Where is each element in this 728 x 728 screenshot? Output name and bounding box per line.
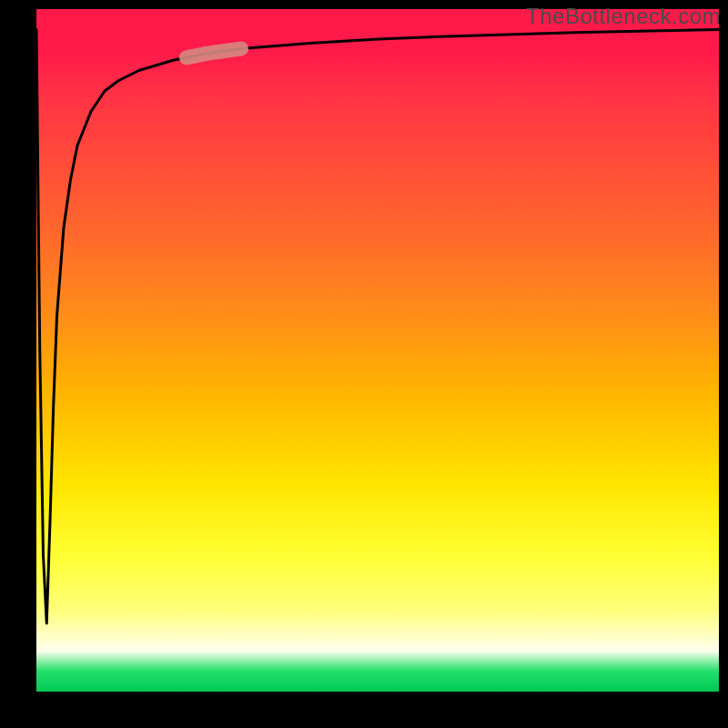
curve-highlight-segment [187, 49, 241, 58]
chart-frame: TheBottleneck.com [0, 0, 728, 728]
curve-svg [36, 9, 719, 692]
attribution-link[interactable]: TheBottleneck.com [526, 4, 721, 28]
plot-area [36, 9, 719, 692]
attribution-label: TheBottleneck.com [526, 4, 721, 29]
bottleneck-curve [36, 30, 719, 624]
